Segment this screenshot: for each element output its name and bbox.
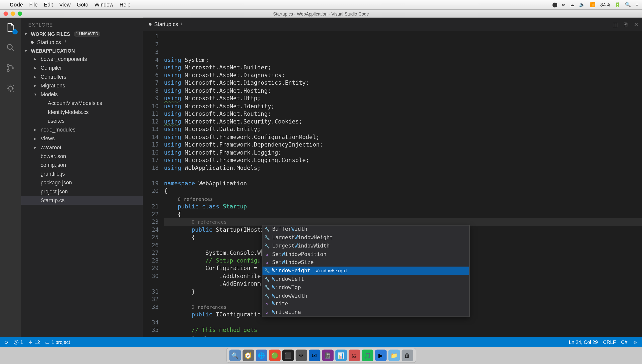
method-icon: ◇ xyxy=(264,260,270,265)
menu-app[interactable]: Code xyxy=(10,2,23,8)
window-minimize-button[interactable] xyxy=(11,12,15,16)
intellisense-item[interactable]: 🔧WindowWidth xyxy=(263,292,469,300)
dock-app-icon[interactable]: 📁 xyxy=(388,349,400,361)
dock-app-icon[interactable]: 🔍 xyxy=(229,349,241,361)
dock-app-icon[interactable]: ⚙ xyxy=(295,349,307,361)
tree-item-label: project.json xyxy=(41,188,68,195)
tree-file[interactable]: bower.json xyxy=(21,152,143,161)
sidebar-title: EXPLORE xyxy=(21,18,143,30)
intellisense-item[interactable]: ◇SetWindowPosition xyxy=(263,250,469,259)
menu-help[interactable]: Help xyxy=(120,2,130,8)
tree-file[interactable]: IdentityModels.cs xyxy=(21,108,143,116)
tree-folder[interactable]: ▸bower_components xyxy=(21,55,143,63)
menubar-cloud-icon[interactable]: ☁ xyxy=(570,2,575,8)
statusbar: ⟳ ⓧ 1 ⚠ 12 ▭ 1 project Ln 24, Col 29 CRL… xyxy=(0,337,642,347)
tree-file[interactable]: config.json xyxy=(21,161,143,169)
tab-suffix: / xyxy=(181,21,182,28)
menu-edit[interactable]: Edit xyxy=(44,2,53,8)
intellisense-hint: WindowHeight xyxy=(316,267,348,275)
status-eol[interactable]: CRLF xyxy=(603,339,616,345)
tree-folder[interactable]: ▸node_modules xyxy=(21,125,143,134)
tree-file[interactable]: AccountViewModels.cs xyxy=(21,99,143,108)
activity-git-icon[interactable] xyxy=(5,62,17,74)
menubar-extra-icon[interactable]: ∞ xyxy=(562,2,566,7)
activity-explorer-icon[interactable]: 1 xyxy=(5,21,17,34)
status-sync-icon[interactable]: ⟳ xyxy=(5,339,9,345)
working-file-label: Startup.cs xyxy=(37,39,61,46)
tree-item-label: config.json xyxy=(41,162,66,168)
menubar-battery[interactable]: 84% xyxy=(600,2,610,7)
menubar-volume-icon[interactable]: 🔈 xyxy=(579,2,585,8)
project-header[interactable]: ▾ WEBAPPLICATION xyxy=(21,47,143,55)
intellisense-popup[interactable]: 🔧BufferWidth🔧LargestWindowHeight🔧Largest… xyxy=(262,225,470,317)
intellisense-item[interactable]: ◇Write xyxy=(263,300,469,308)
dock-app-icon[interactable]: 🌐 xyxy=(256,349,267,361)
tree-item-label: Compiler xyxy=(41,65,62,71)
menubar-extra-icon[interactable]: ⬤ xyxy=(552,2,557,8)
tree-item-label: user.cs xyxy=(48,118,64,124)
intellisense-item[interactable]: ◇WriteLine xyxy=(263,308,469,317)
intellisense-label: WindowHeight xyxy=(272,267,310,275)
dock-app-icon[interactable]: ▶ xyxy=(375,349,386,361)
status-cursor-pos[interactable]: Ln 24, Col 29 xyxy=(569,339,598,345)
intellisense-item[interactable]: 🔧LargestWindowHeight xyxy=(263,234,469,242)
more-actions-icon[interactable]: ⎘ xyxy=(624,21,627,28)
close-editor-icon[interactable]: ✕ xyxy=(634,21,638,28)
intellisense-item[interactable]: 🔧WindowHeightWindowHeight xyxy=(263,267,469,275)
editor-tab[interactable]: Startup.cs / xyxy=(146,21,185,28)
tree-folder[interactable]: ▸Migrations xyxy=(21,81,143,90)
tree-file[interactable]: package.json xyxy=(21,178,143,187)
tree-folder[interactable]: ▸Compiler xyxy=(21,64,143,72)
intellisense-item[interactable]: 🔧LargestWindowWidth xyxy=(263,242,469,250)
menu-goto[interactable]: Goto xyxy=(77,2,88,8)
split-editor-icon[interactable]: ◫ xyxy=(612,21,618,28)
menubar-search-icon[interactable]: 🔍 xyxy=(625,2,631,8)
dock-app-icon[interactable]: 🧭 xyxy=(242,349,254,361)
tree-item-label: Migrations xyxy=(41,82,65,89)
tree-file[interactable]: project.json xyxy=(21,187,143,196)
tree-folder[interactable]: ▸wwwroot xyxy=(21,143,143,152)
tree-folder[interactable]: ▸Views xyxy=(21,134,143,143)
menubar-battery-icon[interactable]: 🔋 xyxy=(614,2,621,8)
window-zoom-button[interactable] xyxy=(18,12,22,16)
project-count: 1 project xyxy=(51,339,70,345)
dock-app-icon[interactable]: ✉ xyxy=(309,349,320,361)
status-errors[interactable]: ⓧ 1 xyxy=(14,339,23,345)
menu-file[interactable]: File xyxy=(29,2,38,8)
dock-app-icon[interactable]: 🗂 xyxy=(348,349,360,361)
intellisense-label: BufferWidth xyxy=(272,226,307,233)
property-icon: 🔧 xyxy=(264,227,270,232)
status-warnings[interactable]: ⚠ 12 xyxy=(28,339,40,345)
activity-debug-icon[interactable] xyxy=(5,82,17,94)
intellisense-item[interactable]: 🔧WindowTop xyxy=(263,283,469,292)
tree-folder[interactable]: ▾Models xyxy=(21,90,143,99)
dock-app-icon[interactable]: ⬛ xyxy=(282,349,294,361)
menubar-wifi-icon[interactable]: 📶 xyxy=(590,2,596,8)
menu-view[interactable]: View xyxy=(59,2,70,8)
tree-item-label: Controllers xyxy=(41,74,66,80)
activity-search-icon[interactable] xyxy=(5,42,17,54)
tree-file[interactable]: gruntfile.js xyxy=(21,170,143,178)
dock-app-icon[interactable]: 🗑 xyxy=(402,349,413,361)
menubar-menu-icon[interactable]: ≡ xyxy=(636,2,638,7)
working-files-header[interactable]: ▾ WORKING FILES 1 UNSAVED xyxy=(21,30,143,38)
intellisense-item[interactable]: ◇SetWindowSize xyxy=(263,259,469,267)
dock-app-icon[interactable]: 📊 xyxy=(335,349,347,361)
intellisense-label: LargestWindowHeight xyxy=(272,234,333,242)
dock-app-icon[interactable]: 🎵 xyxy=(362,349,373,361)
menu-window[interactable]: Window xyxy=(95,2,113,8)
status-lang[interactable]: C# xyxy=(621,339,627,345)
window-close-button[interactable] xyxy=(4,12,8,16)
working-file-item[interactable]: Startup.cs / xyxy=(21,38,143,47)
status-project[interactable]: ▭ 1 project xyxy=(45,339,70,345)
tree-file[interactable]: Startup.cs xyxy=(21,196,143,205)
dock-app-icon[interactable]: 📓 xyxy=(322,349,334,361)
tree-folder[interactable]: ▸Controllers xyxy=(21,72,143,81)
chevron-right-icon: ▸ xyxy=(34,145,39,150)
intellisense-item[interactable]: 🔧BufferWidth xyxy=(263,225,469,233)
intellisense-item[interactable]: 🔧WindowLeft xyxy=(263,275,469,283)
editor-body[interactable]: 1234567891011121314151617181920212223242… xyxy=(143,31,642,337)
dock-app-icon[interactable]: 🟢 xyxy=(269,349,280,361)
tree-file[interactable]: user.cs xyxy=(21,116,143,125)
status-feedback-icon[interactable]: ☺ xyxy=(633,339,638,345)
